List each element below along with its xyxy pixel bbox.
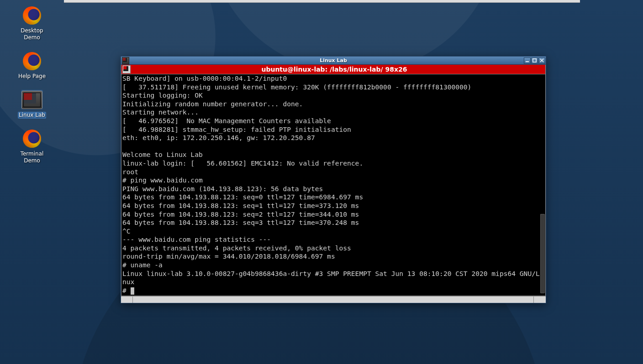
desktop-icon-label: Desktop Demo [21,27,43,41]
linux-lab-window: Linux Lab ubuntu@linux-lab: /labs/linux-… [121,56,546,303]
desktop-icon-help-page[interactable]: Help Page [9,51,55,80]
terminal-tab-title: ubuntu@linux-lab: /labs/linux-lab/ 98x26 [132,66,545,73]
desktop-icon-desktop-demo[interactable]: Desktop Demo [9,5,55,41]
firefox-icon [21,129,43,149]
desktop-icon-label: Linux Lab [19,112,45,118]
terminal-tab-bar: ubuntu@linux-lab: /labs/linux-lab/ 98x26 [121,65,546,74]
terminal-cursor [131,287,134,295]
desktop-icon-terminal-demo[interactable]: Terminal Demo [9,129,55,164]
terminal-tab-icon [122,65,131,73]
desktop-icon-linux-lab[interactable]: Linux Lab [9,90,55,119]
window-title: Linux Lab [121,57,546,63]
scrollbar-thumb[interactable] [540,214,545,294]
window-titlebar[interactable]: Linux Lab [121,57,546,65]
terminal-scrollbar[interactable] [540,74,545,296]
desktop-icons-area: Desktop DemoHelp PageLinux LabTerminal D… [9,5,59,174]
terminal-area[interactable]: SB Keyboard] on usb-0000:00:04.1-2/input… [121,74,546,296]
desktop-icon-label: Help Page [18,73,46,79]
desktop-icon-label: Terminal Demo [21,151,44,164]
terminal-output[interactable]: SB Keyboard] on usb-0000:00:04.1-2/input… [121,74,545,296]
window-bottom-bar [121,296,546,303]
top-panel-strip [64,0,580,3]
terminal-tiles-icon [21,90,43,110]
firefox-icon [21,5,43,26]
firefox-icon [21,51,43,71]
